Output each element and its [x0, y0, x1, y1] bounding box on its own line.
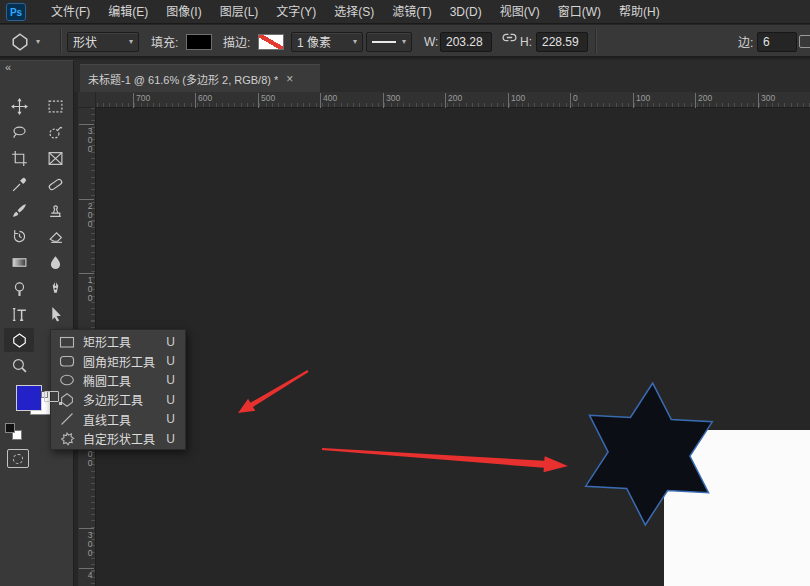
menu-item-ellipse-tool[interactable]: 椭圆工具 U	[51, 371, 185, 390]
eyedropper-tool[interactable]	[4, 172, 34, 196]
magnifier-icon	[11, 357, 28, 374]
menu-item-file[interactable]: 文件(F)	[45, 0, 96, 24]
horizontal-ruler[interactable]: 700 600 500 400 300 200 100 0 100 200 30…	[78, 92, 810, 108]
polygon-preset-icon	[10, 32, 30, 52]
menu-item-help[interactable]: 帮助(H)	[613, 0, 666, 24]
menu-item-rounded-rectangle-tool[interactable]: 圆角矩形工具 U	[51, 351, 185, 370]
ruler-label: 300	[79, 124, 94, 153]
quick-selection-tool[interactable]	[40, 120, 70, 144]
menu-item-type[interactable]: 文字(Y)	[270, 0, 322, 24]
brush-icon	[11, 202, 28, 219]
menu-item-line-tool[interactable]: 直线工具 U	[51, 410, 185, 429]
frame-tool[interactable]	[40, 146, 70, 170]
width-field[interactable]: 203.28	[440, 25, 492, 58]
collapse-toolbar-button[interactable]: «	[5, 61, 11, 73]
gradient-icon	[11, 254, 28, 271]
separator	[595, 29, 596, 54]
eyedropper-icon	[11, 176, 28, 193]
height-field[interactable]: 228.59	[536, 25, 588, 58]
menu-item-label: 直线工具	[83, 411, 131, 428]
blur-tool[interactable]	[40, 250, 70, 274]
fill-label: 填充:	[151, 25, 178, 58]
menu-item-view[interactable]: 视图(V)	[494, 0, 546, 24]
ruler-label: 100	[79, 273, 94, 302]
default-colors-button[interactable]	[4, 423, 26, 441]
menu-item-window[interactable]: 窗口(W)	[552, 0, 607, 24]
ruler-label: 200	[445, 93, 462, 108]
sides-label: 边:	[738, 25, 753, 58]
solid-line-icon	[372, 41, 396, 43]
pen-tool[interactable]	[40, 276, 70, 300]
crop-tool[interactable]	[4, 146, 34, 170]
stroke-color-swatch[interactable]	[258, 25, 284, 58]
width-value: 203.28	[446, 35, 483, 49]
gradient-tool[interactable]	[4, 250, 34, 274]
lasso-icon	[11, 124, 28, 141]
bandage-icon	[47, 176, 64, 193]
ruler-label: 200	[695, 93, 712, 108]
line-icon	[59, 411, 75, 427]
tool-preset-button[interactable]: ▾	[10, 25, 40, 58]
height-value: 228.59	[542, 35, 579, 49]
stroke-width-select[interactable]: 1 像素 ▾	[291, 25, 363, 58]
screen-mode-button[interactable]	[44, 391, 59, 402]
zoom-tool[interactable]	[4, 353, 34, 377]
shortcut-key: U	[166, 373, 175, 387]
ruler-label: 600	[195, 93, 212, 108]
align-edges-checkbox[interactable]	[799, 35, 810, 48]
canvas-area[interactable]	[96, 108, 810, 586]
tool-mode-select[interactable]: 形状 ▾	[67, 25, 139, 58]
quick-mask-button[interactable]	[7, 449, 29, 468]
separator	[60, 29, 61, 54]
stroke-style-select[interactable]: ▾	[366, 25, 412, 58]
document-title: 未标题-1 @ 61.6% (多边形 2, RGB/8) *	[88, 71, 278, 87]
history-brush-icon	[11, 228, 28, 245]
menu-item-select[interactable]: 选择(S)	[328, 0, 380, 24]
menu-item-3d[interactable]: 3D(D)	[444, 0, 488, 24]
menu-item-edit[interactable]: 编辑(E)	[102, 0, 154, 24]
chevron-down-icon: ▾	[36, 37, 40, 46]
eraser-icon	[47, 228, 64, 245]
menu-item-custom-shape-tool[interactable]: 自定形状工具 U	[51, 429, 185, 448]
quick-selection-icon	[47, 124, 64, 141]
sides-field[interactable]: 6	[757, 25, 797, 58]
close-icon[interactable]: ×	[286, 73, 293, 85]
clone-stamp-tool[interactable]	[40, 198, 70, 222]
menu-item-filter[interactable]: 滤镜(T)	[386, 0, 437, 24]
chevron-down-icon: ▾	[396, 37, 406, 46]
menu-bar: Ps 文件(F) 编辑(E) 图像(I) 图层(L) 文字(Y) 选择(S) 滤…	[0, 0, 810, 24]
dodge-icon	[11, 280, 28, 297]
selection-arrow-icon	[47, 306, 64, 323]
rectangular-marquee-tool[interactable]	[40, 94, 70, 118]
move-tool[interactable]	[4, 94, 34, 118]
spot-healing-brush-tool[interactable]	[40, 172, 70, 196]
ps-logo-icon: Ps	[6, 3, 26, 21]
path-selection-tool[interactable]	[40, 302, 70, 326]
shortcut-key: U	[166, 412, 175, 426]
document-tab[interactable]: 未标题-1 @ 61.6% (多边形 2, RGB/8) * ×	[80, 64, 320, 92]
pen-icon	[47, 280, 64, 297]
polygon-icon	[11, 332, 28, 349]
type-tool[interactable]	[4, 302, 34, 326]
menu-item-polygon-tool[interactable]: 多边形工具 U	[51, 390, 185, 409]
fill-color-swatch[interactable]	[186, 25, 212, 58]
history-brush-tool[interactable]	[4, 224, 34, 248]
menu-item-layer[interactable]: 图层(L)	[214, 0, 265, 24]
ruler-corner	[78, 92, 96, 108]
move-icon	[11, 98, 28, 115]
rectangle-icon	[59, 334, 75, 350]
brush-tool[interactable]	[4, 198, 34, 222]
document-white-area[interactable]	[664, 430, 810, 586]
polygon-tool[interactable]	[4, 328, 34, 352]
link-dimensions-button[interactable]	[496, 25, 522, 49]
lasso-tool[interactable]	[4, 120, 34, 144]
eraser-tool[interactable]	[40, 224, 70, 248]
menu-item-rectangle-tool[interactable]: 矩形工具 U	[51, 332, 185, 351]
menu-item-label: 圆角矩形工具	[83, 353, 155, 370]
dodge-tool[interactable]	[4, 276, 34, 300]
menu-item-image[interactable]: 图像(I)	[160, 0, 207, 24]
foreground-color-swatch[interactable]	[16, 385, 42, 411]
ruler-label: 4	[79, 568, 94, 579]
ellipse-icon	[59, 372, 75, 388]
tool-mode-value: 形状	[73, 33, 97, 50]
